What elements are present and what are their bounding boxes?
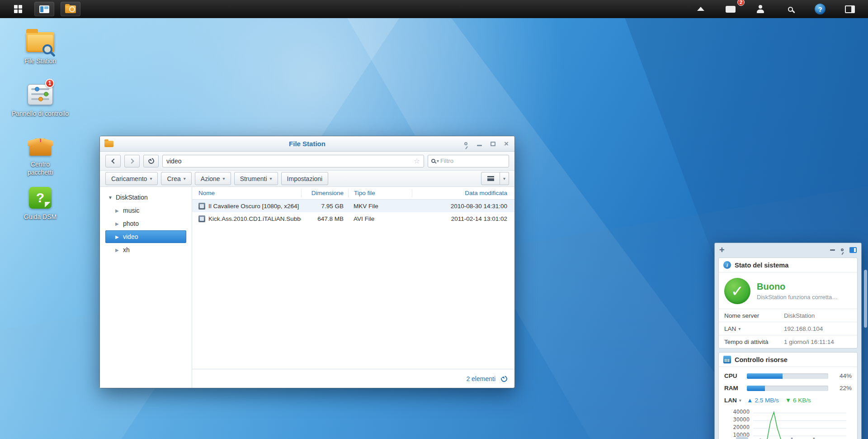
column-header-name[interactable]: Nome bbox=[192, 190, 301, 196]
tree-collapsed-icon[interactable]: ▶ bbox=[115, 208, 120, 213]
desktop-icon-label: Centro pacchetti bbox=[28, 161, 53, 177]
action-button[interactable]: Azione ▾ bbox=[195, 172, 231, 185]
tree-root-diskstation[interactable]: ▼ DiskStation bbox=[105, 191, 186, 204]
row-value: 192.168.0.104 bbox=[784, 325, 823, 332]
status-description: DiskStation funziona correttame... bbox=[757, 294, 843, 301]
pin-icon bbox=[464, 142, 467, 145]
main-menu-button[interactable] bbox=[8, 2, 28, 16]
status-row-server-name: Nome server DiskStation bbox=[719, 309, 857, 322]
resource-monitor-header[interactable]: Controllo risorse bbox=[719, 353, 857, 367]
file-type: AVI File bbox=[348, 215, 412, 222]
minimize-button[interactable] bbox=[476, 140, 483, 148]
status-ok-icon: ✓ bbox=[724, 278, 750, 304]
refresh-button[interactable] bbox=[143, 155, 159, 167]
tree-collapsed-icon[interactable]: ▶ bbox=[115, 248, 120, 253]
widgets-toggle-button[interactable] bbox=[840, 2, 860, 16]
tree-collapsed-icon[interactable]: ▶ bbox=[115, 221, 120, 226]
notifications-badge: 2 bbox=[737, 0, 745, 6]
caret-down-icon: ▾ bbox=[223, 176, 225, 181]
download-speed-value: 6 KB/s bbox=[793, 397, 811, 404]
row-value: DiskStation bbox=[784, 312, 815, 319]
search-options-caret-icon[interactable]: ▾ bbox=[437, 158, 439, 163]
close-icon: × bbox=[504, 140, 509, 148]
user-menu-button[interactable] bbox=[750, 2, 770, 16]
column-header-size[interactable]: Dimensione bbox=[301, 189, 348, 197]
widgets-icon bbox=[845, 5, 855, 13]
upload-button[interactable]: Caricamento ▾ bbox=[105, 172, 158, 185]
close-button[interactable]: × bbox=[503, 140, 510, 148]
status-refresh-icon[interactable] bbox=[500, 374, 508, 383]
tools-button[interactable]: Strumenti ▾ bbox=[234, 172, 278, 185]
tree-item-music[interactable]: ▶ music bbox=[105, 204, 186, 217]
taskbar-file-station-button[interactable] bbox=[61, 2, 80, 16]
file-list: Nome Dimensione Tipo file Data modificat… bbox=[192, 187, 514, 388]
window-folder-icon bbox=[104, 141, 113, 147]
tree-collapsed-icon[interactable]: ▶ bbox=[115, 234, 120, 239]
tree-item-xh[interactable]: ▶ xh bbox=[105, 243, 186, 256]
view-mode-dropdown-button[interactable]: ▾ bbox=[500, 172, 509, 185]
tree-item-label: photo bbox=[123, 220, 139, 227]
video-file-icon bbox=[198, 215, 205, 222]
filter-input[interactable] bbox=[440, 157, 505, 164]
panel-dock-icon[interactable] bbox=[849, 247, 857, 253]
help-button[interactable]: ? bbox=[810, 2, 830, 16]
maximize-button[interactable] bbox=[489, 140, 496, 148]
search-button[interactable] bbox=[780, 2, 800, 16]
file-row[interactable]: Kick.Ass.2010.CD1.iTALiAN.Subbed 647.8 M… bbox=[192, 212, 514, 225]
desktop: File Station 1 Pannello di controllo Cen… bbox=[0, 18, 868, 439]
user-icon bbox=[756, 5, 764, 13]
search-box[interactable]: ▾ bbox=[428, 155, 509, 167]
upload-speed-value: 2.5 MB/s bbox=[755, 397, 778, 404]
add-widget-button[interactable]: + bbox=[719, 245, 725, 254]
lan-traffic-chart: 40000300002000010000 bbox=[723, 408, 853, 439]
settings-button-label: Impostazioni bbox=[287, 175, 323, 182]
lan-upload-speed: ▲ 2.5 MB/s bbox=[747, 397, 779, 404]
panel-minimize-icon[interactable] bbox=[830, 249, 835, 251]
address-input[interactable] bbox=[166, 157, 414, 165]
window-titlebar[interactable]: File Station × bbox=[100, 136, 514, 152]
desktop-icon-label: File Station bbox=[24, 57, 56, 66]
eject-icon bbox=[695, 7, 707, 12]
status-state: Buono bbox=[757, 282, 843, 292]
tree-item-photo[interactable]: ▶ photo bbox=[105, 217, 186, 230]
system-status-summary: ✓ Buono DiskStation funziona correttame.… bbox=[719, 272, 857, 309]
list-view-icon bbox=[487, 176, 494, 181]
file-modified: 2011-02-14 13:01:02 bbox=[412, 215, 514, 222]
pin-button[interactable] bbox=[462, 140, 469, 148]
scrollbar-thumb[interactable] bbox=[864, 270, 867, 328]
system-status-header[interactable]: i Stato del sistema bbox=[719, 258, 857, 272]
file-station-icon bbox=[65, 5, 76, 13]
dsm-help-icon: ? bbox=[29, 187, 52, 209]
pilot-view-button[interactable] bbox=[34, 2, 54, 16]
chart-tick-label: 30000 bbox=[733, 416, 750, 423]
notifications-button[interactable]: 2 bbox=[721, 2, 741, 16]
video-file-icon bbox=[198, 203, 205, 210]
forward-button[interactable] bbox=[124, 155, 140, 167]
column-header-type[interactable]: Tipo file bbox=[348, 189, 412, 197]
address-bar[interactable]: ☆ bbox=[162, 155, 424, 167]
action-button-label: Azione bbox=[201, 175, 220, 182]
tree-expanded-icon[interactable]: ▼ bbox=[108, 195, 113, 200]
lan-caret-icon[interactable]: ▾ bbox=[738, 326, 741, 331]
ram-value: 22% bbox=[833, 385, 852, 391]
desktop-icon-file-station[interactable]: File Station bbox=[6, 29, 74, 66]
view-mode-button[interactable] bbox=[481, 172, 500, 185]
file-row[interactable]: Il Cavaliere Oscuro [1080p, x264] 7.95 G… bbox=[192, 200, 514, 212]
desktop-icon-control-panel[interactable]: 1 Pannello di controllo bbox=[6, 81, 74, 118]
watermark: X xtremehardware.com bbox=[736, 435, 868, 439]
panel-pin-icon[interactable] bbox=[841, 248, 844, 251]
forward-icon bbox=[129, 158, 134, 163]
lan-caret-icon[interactable]: ▾ bbox=[739, 398, 741, 403]
settings-button[interactable]: Impostazioni bbox=[281, 172, 329, 185]
back-button[interactable] bbox=[105, 155, 121, 167]
lan-row: LAN ▾ ▲ 2.5 MB/s ▼ 6 KB/s bbox=[719, 394, 857, 406]
file-station-window: File Station × ☆ ▾ bbox=[99, 136, 515, 388]
column-header-modified[interactable]: Data modificata bbox=[412, 189, 514, 197]
eject-button[interactable] bbox=[691, 2, 711, 16]
bookmark-star-icon[interactable]: ☆ bbox=[414, 157, 420, 165]
create-button[interactable]: Crea ▾ bbox=[161, 172, 191, 185]
desktop-icon-package-center[interactable]: Centro pacchetti bbox=[6, 132, 74, 177]
desktop-icon-dsm-help[interactable]: ? Guida DSM bbox=[6, 185, 74, 221]
chart-y-axis: 40000300002000010000 bbox=[723, 408, 750, 439]
tree-item-video-selected[interactable]: ▶ video bbox=[105, 230, 186, 243]
